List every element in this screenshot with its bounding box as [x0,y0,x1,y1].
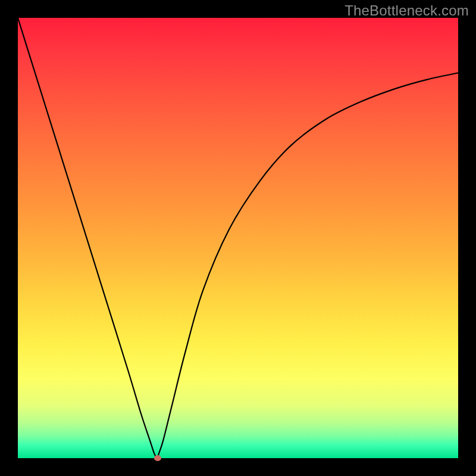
plot-area [18,18,458,458]
minimum-marker [154,455,161,461]
watermark-text: TheBottleneck.com [345,2,469,19]
chart-frame: TheBottleneck.com [0,0,476,476]
bottleneck-curve [18,18,458,458]
